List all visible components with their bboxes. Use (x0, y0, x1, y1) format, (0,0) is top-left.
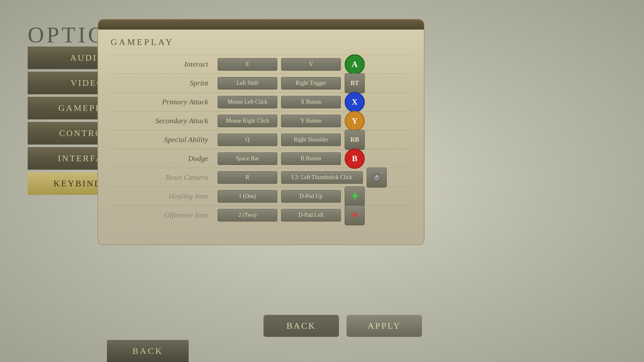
controller1-bind-heal[interactable]: D-Pad Up (281, 190, 341, 203)
action-name: Primary Attack (111, 98, 218, 106)
table-row: Sprint Left Shift Right Trigger RT (111, 74, 411, 92)
table-row: Interact E V A (111, 55, 411, 74)
keyboard-bind-camera[interactable]: R (218, 171, 277, 184)
keyboard-bind-special[interactable]: Q (218, 134, 277, 146)
bottom-back-label: BACK (132, 346, 163, 356)
table-row: Primary Attack Mouse Left Click X Button… (111, 92, 411, 111)
panel-content: GAMEPLAY Interact E V A Sprint Left Shif… (98, 30, 424, 244)
controller2-bind-sprint[interactable]: RT (345, 73, 365, 93)
action-name: Sprint (111, 79, 218, 87)
bottom-buttons: BACK APPLY (252, 315, 434, 337)
table-row: Healing Item 1 (One) D-Pad Up ✚ (111, 187, 411, 206)
action-name: Offensive Item (111, 211, 218, 219)
controller2-bind-interact[interactable]: A (345, 54, 365, 74)
controller2-bind-secondary[interactable]: Y (345, 111, 365, 131)
controller1-bind-special[interactable]: Right Shoulder (281, 134, 341, 146)
table-row: Dodge Space Bar B Button B (111, 149, 411, 168)
controller2-bind-primary[interactable]: X (345, 92, 365, 112)
bottom-back-tab[interactable]: BACK (107, 340, 189, 362)
bindings-list: Interact E V A Sprint Left Shift Right T… (111, 55, 411, 224)
table-row: Secondary Attack Mouse Right Click Y But… (111, 111, 411, 130)
keyboard-bind-secondary[interactable]: Mouse Right Click (218, 115, 277, 127)
section-title: GAMEPLAY (111, 37, 411, 47)
apply-button[interactable]: APPLY (347, 315, 422, 337)
table-row: Reset Camera R L3: Left Thumbstick Click (111, 168, 411, 187)
controller2-bind-heal[interactable]: ✚ (345, 186, 365, 206)
action-name: Dodge (111, 154, 218, 163)
action-name: Secondary Attack (111, 117, 218, 125)
back-button[interactable]: BACK (264, 315, 339, 337)
keyboard-bind-heal[interactable]: 1 (One) (218, 190, 277, 203)
controller2-bind-special[interactable]: RB (345, 130, 365, 150)
controller1-bind-offensive[interactable]: D-Pad Left (281, 209, 341, 222)
controller2-bind-dodge[interactable]: B (345, 149, 365, 169)
controller1-bind-sprint[interactable]: Right Trigger (281, 77, 341, 90)
action-name: Special Ability (111, 135, 218, 144)
table-row: Special Ability Q Right Shoulder RB (111, 130, 411, 149)
keyboard-bind-sprint[interactable]: Left Shift (218, 77, 277, 90)
keyboard-bind-offensive[interactable]: 2 (Two) (218, 209, 277, 222)
keyboard-bind-primary[interactable]: Mouse Left Click (218, 96, 277, 108)
controller2-bind-offensive[interactable]: ✚ (345, 205, 365, 225)
table-row: Offensive Item 2 (Two) D-Pad Left ✚ (111, 206, 411, 224)
svg-point-0 (373, 174, 380, 181)
controller1-bind-secondary[interactable]: Y Button (281, 115, 341, 127)
controller2-bind-camera[interactable] (367, 167, 387, 188)
keyboard-bind-dodge[interactable]: Space Bar (218, 152, 277, 165)
controller1-bind-interact[interactable]: V (281, 58, 341, 71)
controller1-bind-dodge[interactable]: B Button (281, 152, 341, 165)
panel-top-bar (98, 19, 424, 30)
action-name: Interact (111, 60, 218, 69)
action-name: Healing Item (111, 192, 218, 200)
controller1-bind-camera[interactable]: L3: Left Thumbstick Click (281, 171, 363, 184)
main-panel: GAMEPLAY Interact E V A Sprint Left Shif… (97, 19, 425, 245)
keyboard-bind-interact[interactable]: E (218, 58, 277, 71)
action-name: Reset Camera (111, 173, 218, 182)
controller1-bind-primary[interactable]: X Button (281, 96, 341, 108)
